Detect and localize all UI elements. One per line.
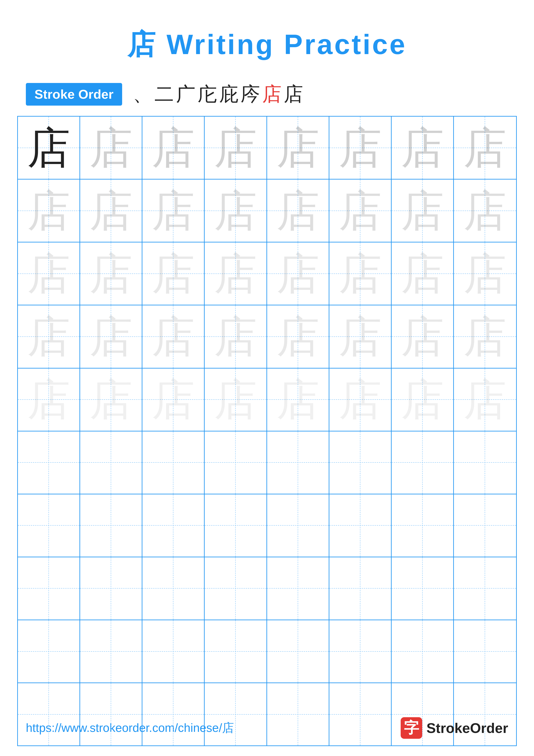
char-light: 店	[276, 378, 319, 421]
cell-3-8: 店	[454, 242, 516, 305]
char-light: 店	[27, 189, 70, 232]
cell-6-2[interactable]	[80, 431, 142, 494]
cell-9-3[interactable]	[142, 620, 205, 683]
char-dark: 店	[27, 126, 70, 169]
stroke-2: 二	[154, 81, 174, 107]
char-light: 店	[89, 252, 133, 295]
char-light: 店	[89, 378, 133, 421]
cell-1-3: 店	[142, 117, 205, 179]
char-light: 店	[339, 126, 382, 169]
cell-9-8[interactable]	[454, 620, 516, 683]
cell-4-7: 店	[392, 305, 454, 368]
cell-9-5[interactable]	[267, 620, 329, 683]
char-light: 店	[152, 126, 195, 169]
cell-2-2: 店	[80, 179, 142, 242]
char-light: 店	[463, 189, 506, 232]
cell-8-8[interactable]	[454, 557, 516, 620]
cell-8-4[interactable]	[205, 557, 267, 620]
cell-8-7[interactable]	[392, 557, 454, 620]
cell-1-2: 店	[80, 117, 142, 179]
char-light: 店	[463, 378, 506, 421]
cell-9-6[interactable]	[329, 620, 392, 683]
stroke-6: 庈	[241, 81, 260, 107]
cell-6-6[interactable]	[329, 431, 392, 494]
char-light: 店	[214, 378, 257, 421]
char-light: 店	[276, 252, 319, 295]
cell-4-1: 店	[18, 305, 80, 368]
stroke-4: 庀	[197, 81, 217, 107]
char-light: 店	[276, 189, 319, 232]
cell-7-6[interactable]	[329, 494, 392, 557]
cell-8-5[interactable]	[267, 557, 329, 620]
cell-2-5: 店	[267, 179, 329, 242]
cell-4-5: 店	[267, 305, 329, 368]
cell-6-3[interactable]	[142, 431, 205, 494]
grid-row-1: 店 店 店 店 店 店 店 店	[18, 117, 516, 179]
cell-3-4: 店	[205, 242, 267, 305]
char-light: 店	[401, 126, 444, 169]
cell-5-3: 店	[142, 368, 205, 431]
cell-5-5: 店	[267, 368, 329, 431]
char-light: 店	[463, 315, 506, 358]
cell-3-7: 店	[392, 242, 454, 305]
stroke-8: 店	[284, 81, 303, 107]
char-light: 店	[276, 315, 319, 358]
cell-9-4[interactable]	[205, 620, 267, 683]
char-light: 店	[401, 315, 444, 358]
cell-2-3: 店	[142, 179, 205, 242]
cell-4-4: 店	[205, 305, 267, 368]
char-light: 店	[463, 126, 506, 169]
char-light: 店	[152, 315, 195, 358]
cell-7-1[interactable]	[18, 494, 80, 557]
stroke-sequence: 、 二 广 庀 庇 庈 店 店	[133, 81, 303, 107]
cell-7-3[interactable]	[142, 494, 205, 557]
stroke-3: 广	[176, 81, 195, 107]
stroke-1: 、	[133, 81, 152, 107]
cell-5-7: 店	[392, 368, 454, 431]
cell-7-7[interactable]	[392, 494, 454, 557]
cell-7-2[interactable]	[80, 494, 142, 557]
stroke-7: 店	[262, 81, 282, 107]
cell-2-4: 店	[205, 179, 267, 242]
cell-9-2[interactable]	[80, 620, 142, 683]
char-light: 店	[401, 252, 444, 295]
cell-7-8[interactable]	[454, 494, 516, 557]
footer: https://www.strokeorder.com/chinese/店 字 …	[0, 717, 534, 739]
cell-2-1: 店	[18, 179, 80, 242]
footer-url: https://www.strokeorder.com/chinese/店	[26, 720, 234, 736]
strokeorder-icon: 字	[401, 717, 422, 739]
cell-6-4[interactable]	[205, 431, 267, 494]
cell-7-5[interactable]	[267, 494, 329, 557]
cell-8-3[interactable]	[142, 557, 205, 620]
char-light: 店	[276, 126, 319, 169]
char-light: 店	[339, 378, 382, 421]
cell-1-1: 店	[18, 117, 80, 179]
char-light: 店	[401, 378, 444, 421]
footer-logo: 字 StrokeOrder	[401, 717, 508, 739]
cell-6-5[interactable]	[267, 431, 329, 494]
char-light: 店	[27, 252, 70, 295]
grid-row-2: 店 店 店 店 店 店 店 店	[18, 179, 516, 242]
grid-row-3: 店 店 店 店 店 店 店 店	[18, 242, 516, 305]
char-light: 店	[89, 315, 133, 358]
cell-3-3: 店	[142, 242, 205, 305]
cell-1-5: 店	[267, 117, 329, 179]
cell-6-8[interactable]	[454, 431, 516, 494]
brand-name: StrokeOrder	[426, 720, 508, 736]
cell-8-1[interactable]	[18, 557, 80, 620]
cell-7-4[interactable]	[205, 494, 267, 557]
cell-8-2[interactable]	[80, 557, 142, 620]
grid-row-5: 店 店 店 店 店 店 店 店	[18, 368, 516, 431]
cell-6-7[interactable]	[392, 431, 454, 494]
cell-9-7[interactable]	[392, 620, 454, 683]
cell-1-8: 店	[454, 117, 516, 179]
cell-6-1[interactable]	[18, 431, 80, 494]
cell-3-1: 店	[18, 242, 80, 305]
cell-5-8: 店	[454, 368, 516, 431]
cell-3-6: 店	[329, 242, 392, 305]
char-light: 店	[339, 315, 382, 358]
cell-8-6[interactable]	[329, 557, 392, 620]
cell-9-1[interactable]	[18, 620, 80, 683]
grid-row-6	[18, 431, 516, 494]
grid-row-4: 店 店 店 店 店 店 店 店	[18, 305, 516, 368]
